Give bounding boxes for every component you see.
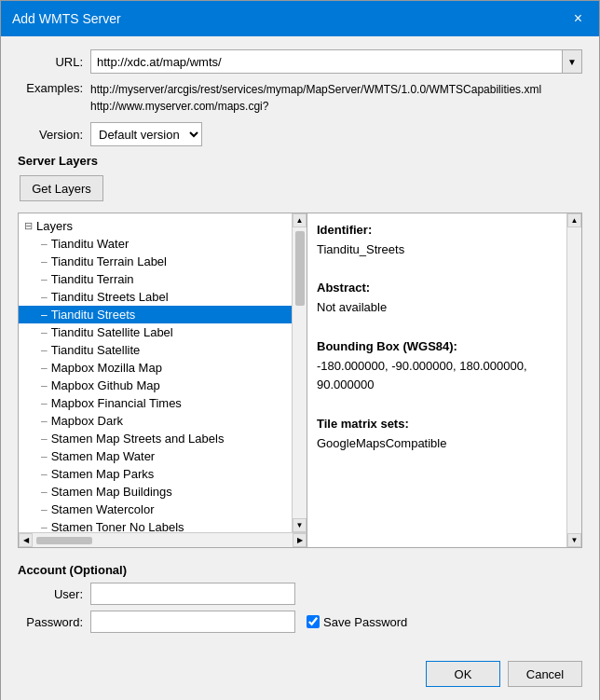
save-password-label[interactable]: Save Password [323,615,407,629]
info-scroll-up-button[interactable]: ▲ [567,213,581,227]
tree-dash-icon-4: – [41,309,48,322]
tree-root-label: Layers [36,219,73,233]
tree-item-10[interactable]: – Mapbox Dark [19,412,292,430]
tree-pane-inner: ⊟ Layers – Tianditu Water – [19,213,292,532]
tree-item-13[interactable]: – Stamen Map Parks [19,465,292,483]
info-scroll-down-button[interactable]: ▼ [567,533,581,547]
password-row: Password: Save Password [18,611,582,633]
tree-item-15[interactable]: – Stamen Watercolor [19,501,292,518]
tree-item-12[interactable]: – Stamen Map Water [19,447,292,465]
tree-scroll-wrapper: ⊟ Layers – Tianditu Water – [19,213,307,547]
server-layers-section: Server Layers [18,154,582,168]
examples-text: http://myserver/arcgis/rest/services/mym… [90,81,541,115]
info-pane: Identifier: Tianditu_Streets Abstract: N… [307,213,566,547]
bounding-box-label: Bounding Box (WGS84): [317,339,457,353]
tree-scroll-left-button[interactable]: ◀ [19,533,33,547]
tree-item-4[interactable]: – Tianditu Streets [19,306,292,323]
tree-item-label-13: Stamen Map Parks [51,467,155,481]
tree-item-16[interactable]: – Stamen Toner No Labels [19,518,292,532]
tree-expand-icon: ⊟ [24,220,33,232]
tree-item-label-5: Tianditu Satellite Label [51,325,173,339]
tree-item-5[interactable]: – Tianditu Satellite Label [19,323,292,341]
password-label: Password: [18,615,83,629]
tree-dash-icon-2: – [41,273,48,286]
add-wmts-dialog: Add WMTS Server × URL: ▼ Examples: http:… [0,0,600,700]
account-title: Account (Optional) [18,563,582,577]
tile-matrix-value: GoogleMapsCompatible [317,436,446,450]
tree-item-label-0: Tianditu Water [51,237,130,251]
password-input[interactable] [90,611,295,633]
save-password-row: Save Password [307,615,407,629]
layers-panel: ⊟ Layers – Tianditu Water – [18,213,582,548]
tree-dash-icon-5: – [41,326,48,339]
url-input[interactable] [90,49,562,74]
tree-scroll-right-button[interactable]: ▶ [293,533,307,547]
tree-item-label-2: Tianditu Terrain [51,272,134,286]
tree-item-label-4: Tianditu Streets [51,308,136,322]
tree-item-0[interactable]: – Tianditu Water [19,235,292,253]
get-layers-button[interactable]: Get Layers [20,175,103,201]
ok-button[interactable]: OK [426,661,500,687]
version-row: Version: Default version [18,122,582,146]
abstract-label: Abstract: [317,281,370,295]
tree-item-6[interactable]: – Tianditu Satellite [19,341,292,359]
tree-item-label-6: Tianditu Satellite [51,343,141,357]
abstract-value: Not available [317,300,387,314]
dialog-content: URL: ▼ Examples: http://myserver/arcgis/… [1,36,599,652]
tree-horizontal-scrollbar[interactable]: ◀ ▶ [19,532,307,547]
tree-dash-icon-11: – [41,432,48,446]
tree-scroll-down-button[interactable]: ▼ [293,518,307,532]
tree-item-label-8: Mapbox Github Map [51,378,160,392]
bounding-box-value: -180.000000, -90.000000, 180.000000, 90.… [317,359,527,392]
example-line2: http://www.myserver.com/maps.cgi? [90,98,541,115]
tree-vertical-scrollbar[interactable]: ▲ ▼ [292,213,307,532]
tree-item-label-16: Stamen Toner No Labels [51,520,184,532]
tree-item-2[interactable]: – Tianditu Terrain [19,270,292,288]
tree-item-8[interactable]: – Mapbox Github Map [19,377,292,394]
get-layers-row: Get Layers [18,175,582,201]
url-label: URL: [18,55,83,69]
tree-dash-icon-6: – [41,344,48,357]
info-vertical-scrollbar[interactable]: ▲ ▼ [566,213,581,547]
tree-dash-icon-3: – [41,291,48,304]
url-dropdown-button[interactable]: ▼ [562,49,582,74]
tree-item-3[interactable]: – Tianditu Streets Label [19,288,292,306]
example-line1: http://myserver/arcgis/rest/services/mym… [90,81,541,98]
version-label: Version: [18,128,83,142]
tree-item-label-10: Mapbox Dark [51,414,123,428]
tree-item-label-1: Tianditu Terrain Label [51,254,167,268]
tree-item-11[interactable]: – Stamen Map Streets and Labels [19,430,292,447]
close-button[interactable]: × [568,8,588,29]
user-label: User: [18,587,83,601]
identifier-block: Identifier: Tianditu_Streets [317,221,557,260]
info-scroll-wrapper: Identifier: Tianditu_Streets Abstract: N… [307,213,581,547]
tree-dash-icon-13: – [41,468,48,481]
identifier-value: Tianditu_Streets [317,242,404,256]
tree-item-7[interactable]: – Mapbox Mozilla Map [19,359,292,377]
tree-item-label-15: Stamen Watercolor [51,502,155,516]
tree-dash-icon-16: – [41,521,48,533]
examples-row: Examples: http://myserver/arcgis/rest/se… [18,81,582,115]
tree-root[interactable]: ⊟ Layers [19,217,292,235]
tree-content: ⊟ Layers – Tianditu Water – [19,213,307,532]
tree-dash-icon-9: – [41,397,48,410]
url-combo: ▼ [90,49,582,74]
tree-item-label-11: Stamen Map Streets and Labels [51,432,225,446]
button-bar: OK Cancel [1,652,599,700]
tree-item-14[interactable]: – Stamen Map Buildings [19,483,292,501]
tile-matrix-label: Tile matrix sets: [317,417,409,431]
tree-pane: ⊟ Layers – Tianditu Water – [19,213,307,547]
tree-scroll-up-button[interactable]: ▲ [293,213,307,227]
tree-dash-icon-8: – [41,379,48,392]
user-input[interactable] [90,583,295,605]
abstract-block: Abstract: Not available [317,279,557,318]
save-password-checkbox[interactable] [307,615,320,628]
identifier-label: Identifier: [317,223,372,237]
tree-item-label-3: Tianditu Streets Label [51,290,169,304]
tree-item-1[interactable]: – Tianditu Terrain Label [19,253,292,270]
version-select[interactable]: Default version [90,122,202,146]
tree-dash-icon-1: – [41,255,48,268]
bounding-box-block: Bounding Box (WGS84): -180.000000, -90.0… [317,337,557,395]
tree-item-9[interactable]: – Mapbox Financial Times [19,394,292,412]
cancel-button[interactable]: Cancel [508,661,582,687]
